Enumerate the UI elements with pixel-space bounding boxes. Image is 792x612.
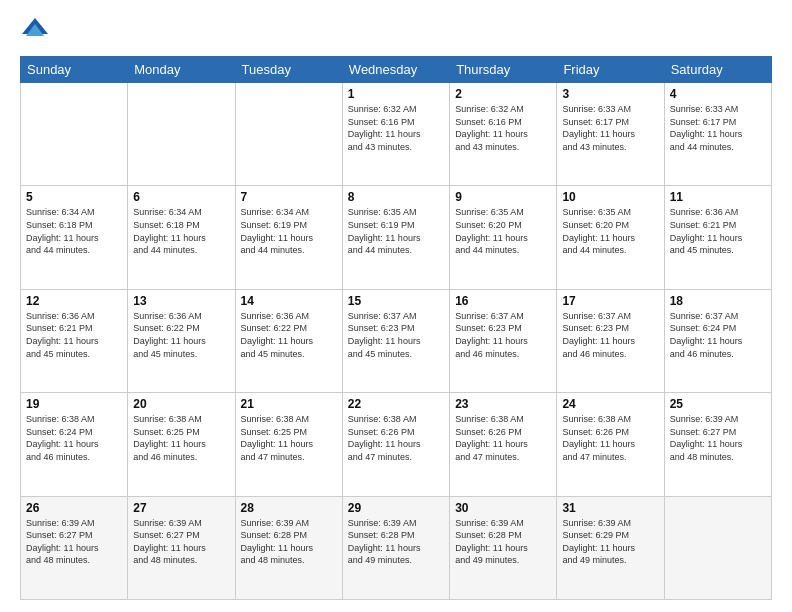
day-cell: 6Sunrise: 6:34 AM Sunset: 6:18 PM Daylig… — [128, 186, 235, 289]
day-number: 21 — [241, 397, 337, 411]
day-number: 7 — [241, 190, 337, 204]
day-info: Sunrise: 6:36 AM Sunset: 6:22 PM Dayligh… — [133, 310, 229, 360]
day-header-sunday: Sunday — [21, 57, 128, 83]
day-cell — [664, 496, 771, 599]
day-cell: 2Sunrise: 6:32 AM Sunset: 6:16 PM Daylig… — [450, 83, 557, 186]
day-cell: 5Sunrise: 6:34 AM Sunset: 6:18 PM Daylig… — [21, 186, 128, 289]
day-cell: 16Sunrise: 6:37 AM Sunset: 6:23 PM Dayli… — [450, 289, 557, 392]
day-info: Sunrise: 6:35 AM Sunset: 6:20 PM Dayligh… — [562, 206, 658, 256]
week-row-4: 19Sunrise: 6:38 AM Sunset: 6:24 PM Dayli… — [21, 393, 772, 496]
day-cell: 20Sunrise: 6:38 AM Sunset: 6:25 PM Dayli… — [128, 393, 235, 496]
day-header-saturday: Saturday — [664, 57, 771, 83]
day-cell: 4Sunrise: 6:33 AM Sunset: 6:17 PM Daylig… — [664, 83, 771, 186]
week-row-2: 5Sunrise: 6:34 AM Sunset: 6:18 PM Daylig… — [21, 186, 772, 289]
week-row-5: 26Sunrise: 6:39 AM Sunset: 6:27 PM Dayli… — [21, 496, 772, 599]
day-cell: 18Sunrise: 6:37 AM Sunset: 6:24 PM Dayli… — [664, 289, 771, 392]
day-number: 29 — [348, 501, 444, 515]
day-cell: 9Sunrise: 6:35 AM Sunset: 6:20 PM Daylig… — [450, 186, 557, 289]
day-cell: 27Sunrise: 6:39 AM Sunset: 6:27 PM Dayli… — [128, 496, 235, 599]
day-cell: 14Sunrise: 6:36 AM Sunset: 6:22 PM Dayli… — [235, 289, 342, 392]
day-cell: 25Sunrise: 6:39 AM Sunset: 6:27 PM Dayli… — [664, 393, 771, 496]
day-number: 12 — [26, 294, 122, 308]
week-row-1: 1Sunrise: 6:32 AM Sunset: 6:16 PM Daylig… — [21, 83, 772, 186]
day-cell: 30Sunrise: 6:39 AM Sunset: 6:28 PM Dayli… — [450, 496, 557, 599]
day-info: Sunrise: 6:38 AM Sunset: 6:24 PM Dayligh… — [26, 413, 122, 463]
day-cell: 10Sunrise: 6:35 AM Sunset: 6:20 PM Dayli… — [557, 186, 664, 289]
day-cell: 26Sunrise: 6:39 AM Sunset: 6:27 PM Dayli… — [21, 496, 128, 599]
day-cell: 15Sunrise: 6:37 AM Sunset: 6:23 PM Dayli… — [342, 289, 449, 392]
day-number: 26 — [26, 501, 122, 515]
day-number: 5 — [26, 190, 122, 204]
day-number: 10 — [562, 190, 658, 204]
day-cell: 12Sunrise: 6:36 AM Sunset: 6:21 PM Dayli… — [21, 289, 128, 392]
day-info: Sunrise: 6:37 AM Sunset: 6:24 PM Dayligh… — [670, 310, 766, 360]
day-cell — [128, 83, 235, 186]
page: SundayMondayTuesdayWednesdayThursdayFrid… — [0, 0, 792, 612]
day-info: Sunrise: 6:38 AM Sunset: 6:26 PM Dayligh… — [562, 413, 658, 463]
week-row-3: 12Sunrise: 6:36 AM Sunset: 6:21 PM Dayli… — [21, 289, 772, 392]
day-cell: 22Sunrise: 6:38 AM Sunset: 6:26 PM Dayli… — [342, 393, 449, 496]
day-info: Sunrise: 6:37 AM Sunset: 6:23 PM Dayligh… — [348, 310, 444, 360]
day-number: 8 — [348, 190, 444, 204]
day-number: 23 — [455, 397, 551, 411]
day-info: Sunrise: 6:35 AM Sunset: 6:20 PM Dayligh… — [455, 206, 551, 256]
day-info: Sunrise: 6:39 AM Sunset: 6:28 PM Dayligh… — [348, 517, 444, 567]
header-row: SundayMondayTuesdayWednesdayThursdayFrid… — [21, 57, 772, 83]
calendar-table: SundayMondayTuesdayWednesdayThursdayFrid… — [20, 56, 772, 600]
day-cell — [21, 83, 128, 186]
day-info: Sunrise: 6:38 AM Sunset: 6:26 PM Dayligh… — [455, 413, 551, 463]
day-number: 15 — [348, 294, 444, 308]
day-cell: 21Sunrise: 6:38 AM Sunset: 6:25 PM Dayli… — [235, 393, 342, 496]
day-info: Sunrise: 6:38 AM Sunset: 6:25 PM Dayligh… — [241, 413, 337, 463]
day-cell: 23Sunrise: 6:38 AM Sunset: 6:26 PM Dayli… — [450, 393, 557, 496]
day-info: Sunrise: 6:36 AM Sunset: 6:21 PM Dayligh… — [26, 310, 122, 360]
day-info: Sunrise: 6:38 AM Sunset: 6:25 PM Dayligh… — [133, 413, 229, 463]
day-cell: 17Sunrise: 6:37 AM Sunset: 6:23 PM Dayli… — [557, 289, 664, 392]
day-header-friday: Friday — [557, 57, 664, 83]
day-cell: 7Sunrise: 6:34 AM Sunset: 6:19 PM Daylig… — [235, 186, 342, 289]
day-number: 22 — [348, 397, 444, 411]
day-cell: 1Sunrise: 6:32 AM Sunset: 6:16 PM Daylig… — [342, 83, 449, 186]
day-number: 3 — [562, 87, 658, 101]
day-number: 31 — [562, 501, 658, 515]
day-info: Sunrise: 6:35 AM Sunset: 6:19 PM Dayligh… — [348, 206, 444, 256]
day-number: 30 — [455, 501, 551, 515]
day-cell: 11Sunrise: 6:36 AM Sunset: 6:21 PM Dayli… — [664, 186, 771, 289]
day-number: 17 — [562, 294, 658, 308]
day-info: Sunrise: 6:38 AM Sunset: 6:26 PM Dayligh… — [348, 413, 444, 463]
day-number: 6 — [133, 190, 229, 204]
day-cell: 31Sunrise: 6:39 AM Sunset: 6:29 PM Dayli… — [557, 496, 664, 599]
day-header-monday: Monday — [128, 57, 235, 83]
day-info: Sunrise: 6:37 AM Sunset: 6:23 PM Dayligh… — [455, 310, 551, 360]
day-info: Sunrise: 6:34 AM Sunset: 6:18 PM Dayligh… — [133, 206, 229, 256]
day-header-tuesday: Tuesday — [235, 57, 342, 83]
day-number: 27 — [133, 501, 229, 515]
day-header-thursday: Thursday — [450, 57, 557, 83]
day-number: 19 — [26, 397, 122, 411]
day-number: 14 — [241, 294, 337, 308]
day-info: Sunrise: 6:39 AM Sunset: 6:27 PM Dayligh… — [26, 517, 122, 567]
day-cell: 3Sunrise: 6:33 AM Sunset: 6:17 PM Daylig… — [557, 83, 664, 186]
day-cell: 19Sunrise: 6:38 AM Sunset: 6:24 PM Dayli… — [21, 393, 128, 496]
day-number: 18 — [670, 294, 766, 308]
logo-icon — [20, 16, 50, 46]
day-info: Sunrise: 6:39 AM Sunset: 6:28 PM Dayligh… — [241, 517, 337, 567]
day-header-wednesday: Wednesday — [342, 57, 449, 83]
day-info: Sunrise: 6:39 AM Sunset: 6:27 PM Dayligh… — [670, 413, 766, 463]
day-number: 2 — [455, 87, 551, 101]
day-cell — [235, 83, 342, 186]
day-number: 20 — [133, 397, 229, 411]
day-number: 13 — [133, 294, 229, 308]
day-info: Sunrise: 6:33 AM Sunset: 6:17 PM Dayligh… — [670, 103, 766, 153]
day-cell: 29Sunrise: 6:39 AM Sunset: 6:28 PM Dayli… — [342, 496, 449, 599]
day-number: 16 — [455, 294, 551, 308]
day-number: 28 — [241, 501, 337, 515]
day-info: Sunrise: 6:34 AM Sunset: 6:19 PM Dayligh… — [241, 206, 337, 256]
day-info: Sunrise: 6:39 AM Sunset: 6:29 PM Dayligh… — [562, 517, 658, 567]
day-number: 9 — [455, 190, 551, 204]
day-number: 1 — [348, 87, 444, 101]
day-info: Sunrise: 6:39 AM Sunset: 6:27 PM Dayligh… — [133, 517, 229, 567]
day-info: Sunrise: 6:37 AM Sunset: 6:23 PM Dayligh… — [562, 310, 658, 360]
day-info: Sunrise: 6:36 AM Sunset: 6:21 PM Dayligh… — [670, 206, 766, 256]
header — [20, 16, 772, 46]
